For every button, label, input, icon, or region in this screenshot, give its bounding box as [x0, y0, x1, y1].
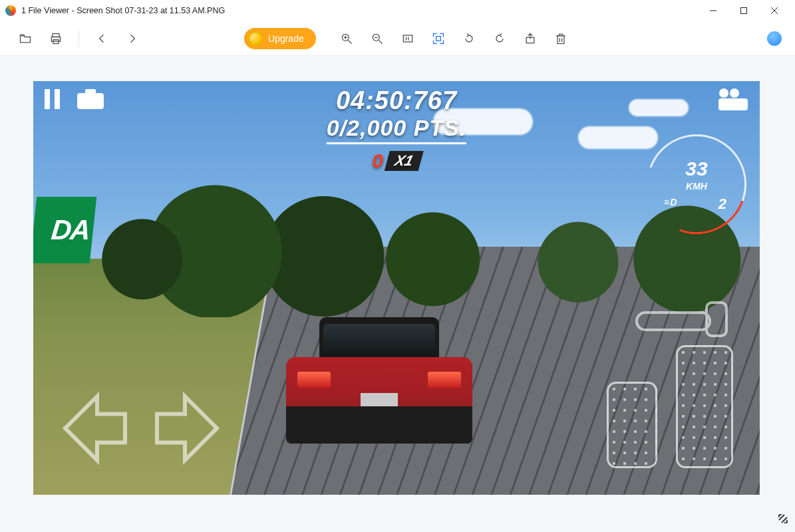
close-button[interactable] [759, 0, 790, 21]
window-title: 1 File Viewer - Screen Shot 07-31-23 at … [21, 6, 225, 15]
speedometer: 33 KMH 2 ≡D [647, 134, 746, 234]
svg-rect-30 [718, 98, 748, 110]
svg-rect-33 [637, 313, 710, 330]
svg-marker-32 [157, 396, 217, 460]
svg-point-28 [719, 88, 728, 98]
print-button[interactable] [44, 27, 68, 51]
svg-line-8 [348, 40, 351, 43]
fit-to-screen-button[interactable] [426, 27, 450, 51]
rotate-right-button[interactable] [488, 27, 512, 51]
maximize-button[interactable] [728, 0, 759, 21]
hud-multiplier-x: X1 [385, 151, 424, 171]
headlight-icon: ≡D [664, 197, 677, 207]
next-button[interactable] [120, 27, 144, 51]
speed-unit: KMH [647, 181, 746, 192]
viewer-content: DA 04:5 [0, 56, 795, 532]
svg-rect-1 [741, 8, 747, 14]
share-button[interactable] [518, 27, 542, 51]
svg-rect-24 [55, 89, 60, 109]
zoom-out-button[interactable] [365, 27, 389, 51]
svg-rect-23 [45, 89, 50, 109]
coin-icon [248, 31, 263, 46]
rotate-left-button[interactable] [457, 27, 481, 51]
delete-button[interactable] [549, 27, 573, 51]
svg-point-29 [730, 88, 739, 98]
handbrake-button[interactable] [633, 296, 733, 345]
brake-pedal[interactable] [607, 382, 657, 468]
gas-pedal[interactable] [676, 345, 733, 468]
previous-button[interactable] [90, 27, 114, 51]
app-icon [5, 5, 16, 16]
hud-overlay: 04:50:767 0/2,000 PTS. 0 X1 33 KMH 2 ≡D [33, 81, 760, 495]
hud-timer: 04:50:767 [327, 86, 466, 115]
actual-size-button[interactable] [396, 27, 420, 51]
gear-indicator: 2 [718, 196, 726, 213]
svg-rect-19 [557, 35, 564, 43]
camera-view-toggle-icon[interactable] [717, 88, 750, 114]
svg-rect-14 [403, 35, 412, 42]
svg-rect-4 [53, 33, 59, 37]
svg-line-12 [379, 40, 382, 43]
minimize-button[interactable] [698, 0, 728, 21]
speed-value: 33 [647, 158, 746, 180]
pause-icon[interactable] [43, 88, 63, 113]
upgrade-button[interactable]: Upgrade [244, 28, 316, 49]
steer-right-button[interactable] [149, 388, 229, 468]
hud-multiplier-zero: 0 [372, 150, 383, 172]
toolbar: Upgrade [0, 21, 795, 56]
toolbar-separator [79, 31, 79, 47]
steer-left-button[interactable] [53, 388, 133, 468]
upgrade-label: Upgrade [268, 33, 304, 44]
open-file-button[interactable] [13, 27, 37, 51]
resize-handle[interactable] [778, 513, 788, 527]
svg-marker-31 [65, 396, 125, 460]
svg-rect-17 [436, 36, 440, 41]
zoom-in-button[interactable] [335, 27, 359, 51]
camera-icon[interactable] [76, 88, 105, 113]
window-titlebar: 1 File Viewer - Screen Shot 07-31-23 at … [0, 0, 795, 21]
hud-points: 0/2,000 PTS. [327, 115, 466, 144]
game-screenshot: DA 04:5 [33, 81, 760, 495]
dolphin-icon[interactable] [767, 31, 782, 46]
svg-point-26 [85, 96, 96, 106]
svg-rect-27 [85, 89, 96, 94]
